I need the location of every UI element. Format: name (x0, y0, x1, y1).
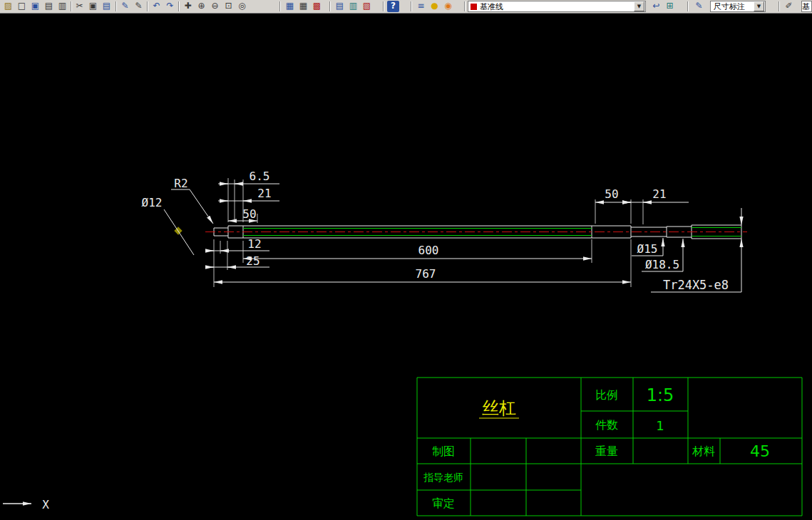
layer-combo-value: 基准线 (480, 1, 634, 12)
dim-6-5-label[interactable]: 6.5 (250, 170, 270, 183)
toolbar: ▨ □ ▣ ▤ ▥ ✂ ▣ ▤ ✎ ✎ ↶ ↷ ✚ ⊕ ⊖ ⊡ ◎ ▦ ▦ ▩ … (0, 0, 812, 14)
toolbar-group-dim-edit: ✐ (783, 1, 795, 12)
dimstyle-icon[interactable]: ✎ (693, 1, 705, 12)
save-icon[interactable]: ▣ (29, 1, 41, 12)
dim-600-label[interactable]: 600 (418, 244, 439, 257)
redo-icon[interactable]: ↷ (164, 1, 176, 12)
reviewer-label[interactable]: 审定 (432, 496, 455, 510)
markup-icon[interactable]: ▩ (311, 1, 323, 12)
zoom-window-icon[interactable]: ⊡ (222, 1, 235, 12)
dimstyle-combo-value: 尺寸标注 (711, 1, 754, 12)
dim-50-left-label[interactable]: 50 (242, 207, 256, 221)
dim-12-label[interactable]: 12 (247, 237, 261, 251)
thread-spec-label[interactable]: Tr24X5-e8 (663, 278, 729, 292)
advisor-label[interactable]: 指导老师 (423, 472, 463, 483)
toolbar-group-clipboard: ✂ ▣ ▤ (73, 1, 113, 12)
fillet-radius-label[interactable]: R2 (174, 177, 187, 190)
dia-18-5-label[interactable]: Ø18.5 (645, 258, 679, 271)
ucs-icon: X (3, 498, 49, 511)
title-block-texts: 丝杠 比例 1:5 件数 1 制图 重量 材料 45 指导老师 审定 (423, 385, 770, 510)
toolbar-group-file: ▨ □ ▣ ▤ ▥ (2, 1, 68, 12)
ucs-x-label: X (42, 498, 49, 511)
toolbar-separator (279, 1, 281, 11)
drawing-viewport[interactable]: 6.5 21 50 12 25 600 767 50 21 R2 Ø12 Ø15… (0, 0, 812, 520)
dimedit-icon[interactable]: ✐ (783, 1, 795, 12)
dim-25-label[interactable]: 25 (246, 254, 259, 268)
sun-icon[interactable]: ◉ (442, 1, 454, 12)
layer-color-swatch (471, 4, 477, 10)
layers-icon[interactable]: ≡ (415, 1, 427, 12)
bulb-icon[interactable]: ● (428, 1, 441, 12)
dimstyle-combo[interactable]: 尺寸标注 ▼ (710, 1, 766, 12)
drafter-label[interactable]: 制图 (432, 444, 455, 458)
scale-value[interactable]: 1:5 (647, 385, 674, 405)
toolbar-separator (115, 1, 117, 11)
weight-label[interactable]: 重量 (595, 444, 618, 458)
open-icon[interactable]: ▨ (2, 1, 14, 12)
dimension-labels: 6.5 21 50 12 25 600 767 50 21 R2 Ø12 Ø15… (142, 170, 729, 292)
undo-icon[interactable]: ↶ (150, 1, 163, 12)
toolbar-group-layer-tools: ↩ ⊞ (650, 1, 676, 12)
toolbar-group-tables: ▦ ▦ ▩ (284, 1, 323, 12)
help-icon[interactable]: ? (387, 1, 399, 12)
properties-icon[interactable]: ▤ (334, 1, 346, 12)
toolbar-group-layers: ≡ ● ◉ (415, 1, 454, 12)
quantity-value[interactable]: 1 (656, 418, 664, 433)
toolbar-separator (383, 1, 384, 11)
dim-50-right-label[interactable]: 50 (605, 187, 618, 201)
zoom-out-icon[interactable]: ⊖ (209, 1, 221, 12)
toolbar-group-zoom: ✚ ⊕ ⊖ ⊡ ◎ (182, 1, 248, 12)
toolbar-group-edit: ✎ ✎ (119, 1, 145, 12)
toolbar-separator (147, 1, 148, 11)
pencil-icon[interactable]: ✎ (133, 1, 145, 12)
toolbar-separator (178, 1, 180, 11)
scale-label[interactable]: 比例 (595, 388, 618, 402)
dim-21-left-label[interactable]: 21 (257, 187, 271, 200)
clipped-combo-text: 基 (802, 1, 810, 12)
clipped-layer-combo[interactable]: 基 (801, 1, 812, 12)
toolbar-separator (71, 1, 72, 11)
toolbar-group-palettes: ▤ ▥ ▧ (334, 1, 373, 12)
chevron-down-icon: ▼ (757, 4, 761, 9)
dim-767-label[interactable]: 767 (416, 267, 436, 281)
cut-icon[interactable]: ✂ (73, 1, 86, 12)
dimstyle-combo-dropdown[interactable]: ▼ (754, 1, 764, 11)
layer-combo-dropdown[interactable]: ▼ (634, 1, 644, 11)
quantity-label[interactable]: 件数 (595, 418, 618, 432)
toolbar-separator (778, 1, 780, 11)
layer-combo[interactable]: 基准线 ▼ (468, 1, 646, 12)
material-value[interactable]: 45 (750, 442, 770, 460)
layer-previous-icon[interactable]: ↩ (650, 1, 662, 12)
palettes-icon[interactable]: ▧ (361, 1, 373, 12)
pan-icon[interactable]: ✚ (182, 1, 194, 12)
material-label[interactable]: 材料 (692, 444, 715, 458)
sheetset-icon[interactable]: ▦ (284, 1, 296, 12)
make-object-layer-icon[interactable]: ⊞ (664, 1, 676, 12)
toolbar-group-undo: ↶ ↷ (150, 1, 176, 12)
dia-12-label[interactable]: Ø12 (142, 196, 163, 209)
new-icon[interactable]: □ (16, 1, 28, 12)
zoom-in-icon[interactable]: ⊕ (195, 1, 207, 12)
copy-icon[interactable]: ▣ (87, 1, 99, 12)
chevron-down-icon: ▼ (637, 4, 641, 9)
table-icon[interactable]: ▦ (297, 1, 309, 12)
toolbar-group-help: ? (387, 1, 399, 12)
toolbar-separator (464, 1, 466, 11)
zoom-previous-icon[interactable]: ◎ (236, 1, 248, 12)
dim-21-right-label[interactable]: 21 (652, 187, 666, 201)
dia-15-label[interactable]: Ø15 (637, 242, 658, 256)
matchprop-icon[interactable]: ✎ (119, 1, 131, 12)
designcenter-icon[interactable]: ▥ (347, 1, 359, 12)
paste-icon[interactable]: ▤ (101, 1, 113, 12)
plot-icon[interactable]: ▤ (43, 1, 55, 12)
toolbar-separator (687, 1, 689, 11)
part-name[interactable]: 丝杠 (482, 398, 516, 418)
toolbar-separator (411, 1, 412, 11)
toolbar-group-dim: ✎ (693, 1, 705, 12)
preview-icon[interactable]: ▥ (56, 1, 68, 12)
toolbar-separator (329, 1, 331, 11)
